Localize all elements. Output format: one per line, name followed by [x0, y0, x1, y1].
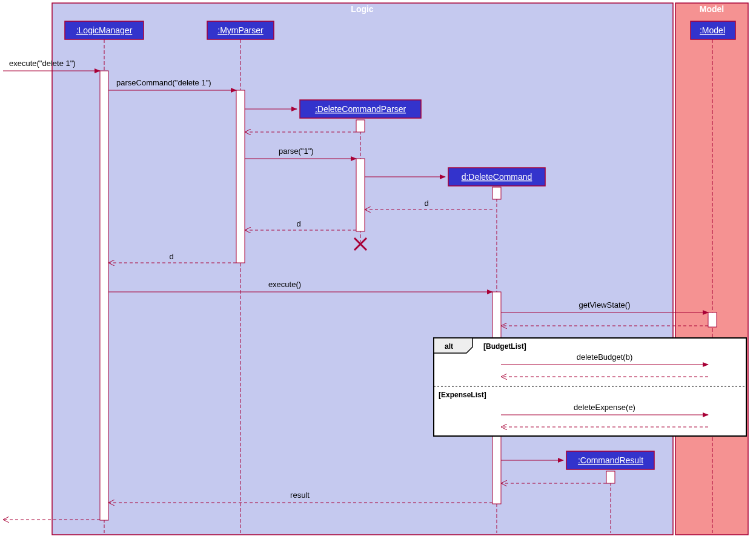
- sequence-diagram: Logic Model :LogicManager :MymParser :Mo…: [0, 0, 756, 539]
- alt-cond1: [BudgetList]: [483, 342, 526, 351]
- msg-result-label: result: [290, 491, 310, 500]
- alt-label: alt: [445, 342, 453, 351]
- activation-dc-create: [492, 187, 501, 199]
- activation-mymparser: [236, 90, 245, 263]
- activation-cr: [606, 471, 615, 483]
- msg-parsecommand-label: parseCommand("delete 1"): [116, 78, 211, 87]
- model-box: [675, 3, 748, 535]
- activation-dcp-create: [356, 120, 365, 132]
- msg-d3-label: d: [169, 252, 173, 261]
- msg-d1-label: d: [424, 199, 428, 208]
- participant-dc-label: d:DeleteCommand: [462, 172, 532, 182]
- activation-model-gvs: [708, 312, 717, 327]
- model-box-label: Model: [700, 4, 724, 14]
- msg-d2-label: d: [296, 219, 300, 228]
- msg-deleteexpense-label: deleteExpense(e): [574, 403, 635, 412]
- msg-parse1-label: parse("1"): [279, 147, 314, 156]
- activation-logicmanager: [100, 71, 108, 520]
- participant-logicmanager-label: :LogicManager: [76, 25, 133, 35]
- activation-dcp-parse: [356, 159, 365, 231]
- participant-cr-label: :CommandResult: [578, 455, 643, 465]
- participant-model-label: :Model: [700, 25, 725, 35]
- logic-box-label: Logic: [351, 4, 374, 14]
- participant-dcp-label: :DeleteCommandParser: [315, 104, 406, 114]
- msg-execute-label: execute(): [268, 280, 301, 289]
- participant-mymparser-label: :MymParser: [217, 25, 264, 35]
- alt-cond2: [ExpenseList]: [439, 391, 486, 399]
- msg-deletebudget-label: deleteBudget(b): [577, 352, 633, 362]
- msg-getviewstate-label: getViewState(): [579, 300, 630, 309]
- msg-execute-in-label: execute("delete 1"): [9, 59, 76, 68]
